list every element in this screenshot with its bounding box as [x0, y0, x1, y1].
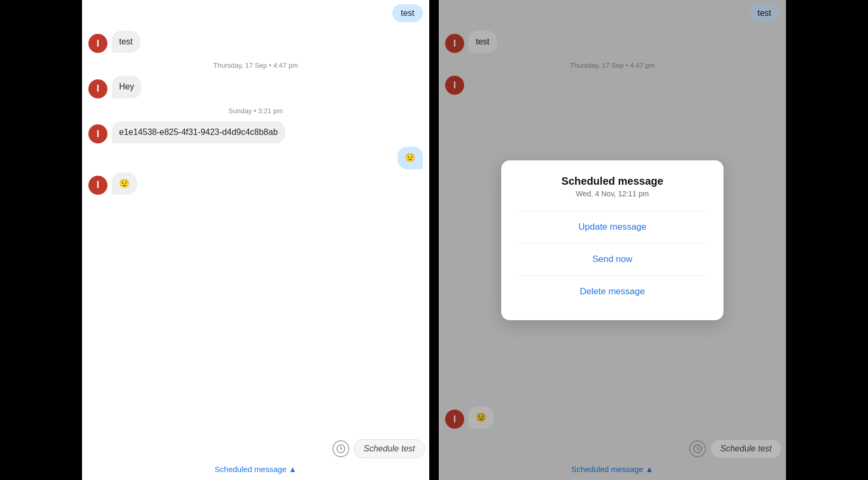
top-partial-left: test [82, 0, 429, 22]
modal-divider-1 [518, 211, 707, 211]
modal-title: Scheduled message [562, 175, 663, 187]
modal-overlay[interactable]: Scheduled message Wed, 4 Nov, 12:11 pm U… [439, 0, 786, 480]
avatar: I [88, 79, 107, 98]
table-row: I e1e14538-e825-4f31-9423-d4d9c4c8b8ab [88, 121, 423, 143]
date-separator: Sunday • 3:21 pm [88, 107, 423, 115]
update-message-button[interactable]: Update message [518, 213, 707, 241]
avatar: I [88, 176, 107, 195]
left-black-bar [0, 0, 82, 480]
modal-divider-3 [518, 275, 707, 276]
table-row: I Hey [88, 76, 423, 98]
message-bubble: e1e14538-e825-4f31-9423-d4d9c4c8b8ab [112, 121, 285, 143]
message-bubble: Hey [112, 76, 141, 98]
date-separator: Thursday, 17 Sep • 4:47 pm [88, 61, 423, 69]
table-row: I test [88, 31, 423, 53]
message-bubble: test [112, 31, 140, 53]
modal-subtitle: Wed, 4 Nov, 12:11 pm [576, 189, 649, 198]
scheduled-footer-left[interactable]: Scheduled message ▲ [82, 460, 429, 480]
avatar: I [88, 34, 107, 53]
right-black-bar [786, 0, 868, 480]
table-row: I 😟 [88, 173, 423, 195]
table-row: 😟 [88, 147, 423, 169]
delete-message-button[interactable]: Delete message [518, 278, 707, 305]
scheduled-message-modal: Scheduled message Wed, 4 Nov, 12:11 pm U… [501, 160, 724, 320]
clock-icon [332, 440, 349, 457]
right-phone-panel: test I test Thursday, 17 Sep • 4:47 pm I… [439, 0, 786, 480]
schedule-bubble-row[interactable]: Schedule test [82, 437, 429, 460]
center-divider [429, 0, 439, 480]
top-bubble-left: test [392, 4, 423, 22]
modal-divider-2 [518, 243, 707, 243]
left-chat-area: I test Thursday, 17 Sep • 4:47 pm I Hey … [82, 22, 429, 437]
send-now-button[interactable]: Send now [518, 246, 707, 273]
message-bubble: 😟 [112, 173, 137, 195]
avatar: I [88, 124, 107, 143]
schedule-test-bubble[interactable]: Schedule test [354, 439, 425, 458]
message-bubble: 😟 [397, 147, 423, 169]
left-phone-panel: test I test Thursday, 17 Sep • 4:47 pm I… [82, 0, 429, 480]
